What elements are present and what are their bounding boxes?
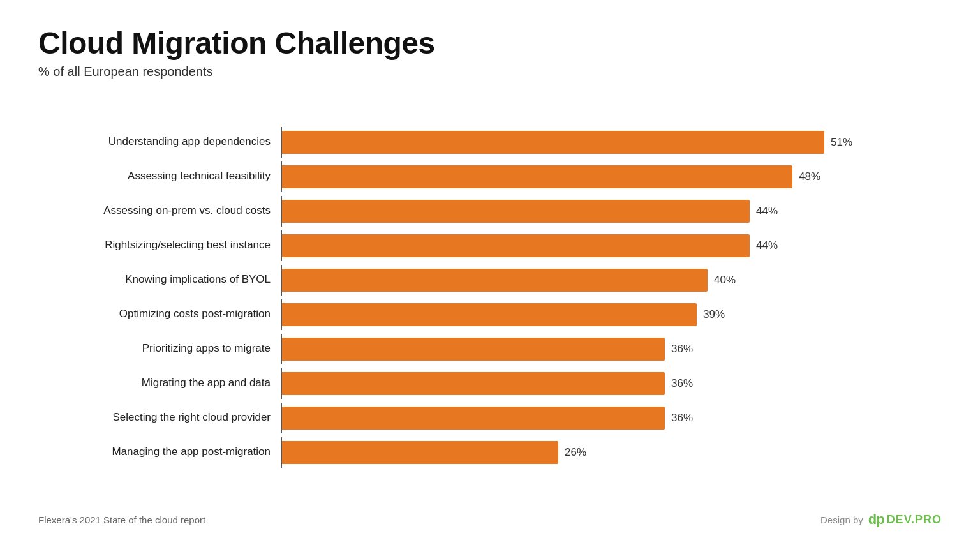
bar-container: 44% bbox=[282, 196, 942, 227]
bar-value-label: 36% bbox=[671, 343, 693, 356]
bar-label: Migrating the app and data bbox=[38, 377, 281, 389]
chart-subtitle: % of all European respondents bbox=[38, 64, 942, 79]
bar-value-label: 36% bbox=[671, 412, 693, 424]
footer-devpro: DEV.PRO bbox=[887, 513, 942, 527]
chart-row: Selecting the right cloud provider36% bbox=[38, 403, 942, 433]
footer-dp: dp bbox=[868, 511, 884, 528]
bar-value-label: 51% bbox=[831, 136, 852, 149]
footer-logo: dp DEV.PRO bbox=[868, 511, 942, 528]
bar-label: Selecting the right cloud provider bbox=[38, 411, 281, 424]
bar-fill bbox=[282, 407, 665, 430]
bar-container: 44% bbox=[282, 230, 942, 261]
bar-container: 36% bbox=[282, 403, 942, 433]
bar-container: 36% bbox=[282, 368, 942, 399]
chart-row: Managing the app post-migration26% bbox=[38, 437, 942, 468]
bar-value-label: 36% bbox=[671, 377, 693, 390]
bar-fill bbox=[282, 269, 708, 292]
bar-fill bbox=[282, 165, 792, 188]
bar-value-label: 40% bbox=[714, 274, 736, 287]
footer-design-by-label: Design by bbox=[820, 514, 863, 525]
bar-fill bbox=[282, 131, 824, 154]
bar-label: Assessing technical feasibility bbox=[38, 170, 281, 183]
bar-value-label: 39% bbox=[703, 308, 725, 321]
bar-value-label: 44% bbox=[756, 205, 778, 218]
bar-value-label: 26% bbox=[565, 446, 586, 459]
chart-row: Prioritizing apps to migrate36% bbox=[38, 334, 942, 364]
bar-container: 51% bbox=[282, 127, 942, 158]
bar-fill bbox=[282, 303, 697, 326]
chart-row: Assessing on-prem vs. cloud costs44% bbox=[38, 196, 942, 227]
bar-label: Managing the app post-migration bbox=[38, 446, 281, 458]
bar-fill bbox=[282, 338, 665, 361]
bar-container: 36% bbox=[282, 334, 942, 364]
bar-container: 26% bbox=[282, 437, 942, 468]
bar-label: Understanding app dependencies bbox=[38, 135, 281, 148]
bar-value-label: 44% bbox=[756, 239, 778, 252]
chart-row: Assessing technical feasibility48% bbox=[38, 161, 942, 192]
bar-fill bbox=[282, 200, 750, 223]
footer: Flexera's 2021 State of the cloud report… bbox=[38, 511, 942, 528]
bar-label: Prioritizing apps to migrate bbox=[38, 342, 281, 355]
chart-area: Understanding app dependencies51%Assessi… bbox=[38, 98, 942, 500]
bar-label: Knowing implications of BYOL bbox=[38, 273, 281, 286]
chart-row: Migrating the app and data36% bbox=[38, 368, 942, 399]
footer-brand: Design by dp DEV.PRO bbox=[820, 511, 942, 528]
bar-fill bbox=[282, 372, 665, 395]
page-title: Cloud Migration Challenges bbox=[38, 26, 942, 61]
chart-row: Rightsizing/selecting best instance44% bbox=[38, 230, 942, 261]
bar-fill bbox=[282, 441, 558, 464]
bar-value-label: 48% bbox=[799, 170, 820, 183]
bar-label: Rightsizing/selecting best instance bbox=[38, 239, 281, 251]
chart-row: Understanding app dependencies51% bbox=[38, 127, 942, 158]
bar-container: 40% bbox=[282, 265, 942, 296]
bar-container: 48% bbox=[282, 161, 942, 192]
bar-label: Optimizing costs post-migration bbox=[38, 308, 281, 320]
bar-container: 39% bbox=[282, 299, 942, 330]
bar-fill bbox=[282, 234, 750, 257]
footer-source: Flexera's 2021 State of the cloud report bbox=[38, 514, 205, 525]
bar-label: Assessing on-prem vs. cloud costs bbox=[38, 204, 281, 217]
chart-row: Optimizing costs post-migration39% bbox=[38, 299, 942, 330]
chart-row: Knowing implications of BYOL40% bbox=[38, 265, 942, 296]
